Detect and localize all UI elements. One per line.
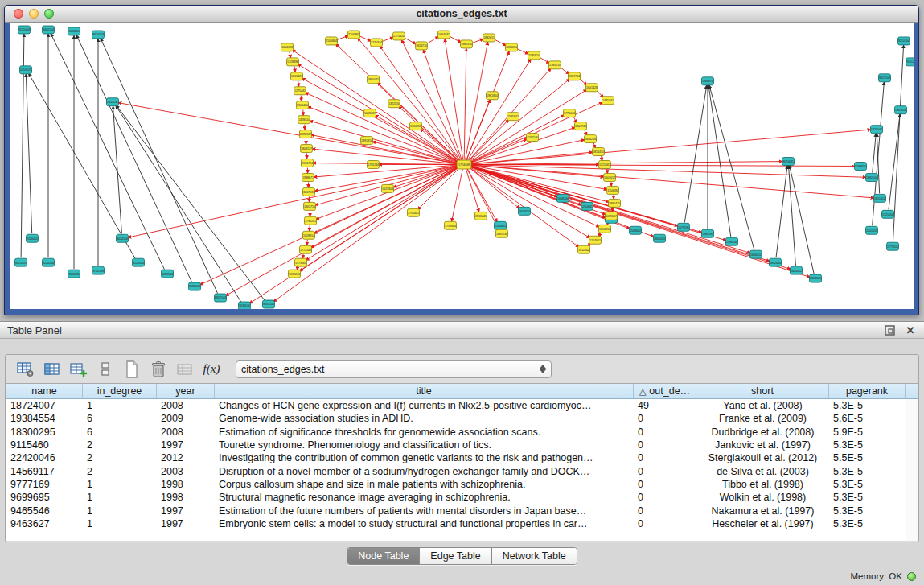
graph-node[interactable]: 1803710 [304, 202, 316, 210]
table-row[interactable]: 911546021997Tourette syndrome. Phenomeno… [6, 439, 906, 451]
cell-year[interactable]: 2003 [157, 464, 215, 477]
table-row[interactable]: 2242004622012Investigating the contribut… [6, 451, 906, 464]
cell-name[interactable]: 18724007 [6, 399, 83, 412]
graph-node[interactable]: 2526052 [27, 234, 39, 242]
graph-node[interactable]: 1616251 [410, 122, 422, 130]
graph-node[interactable]: 1601428 [586, 84, 598, 92]
graph-node[interactable]: 1645012 [791, 266, 803, 274]
graph-node[interactable]: 1689191 [702, 229, 714, 237]
cell-in_degree[interactable]: 6 [83, 412, 157, 425]
cell-short[interactable]: Hescheler et al. (1997) [696, 517, 829, 530]
graph-node[interactable]: 1322016 [388, 100, 400, 108]
vertical-scrollbar[interactable] [906, 399, 918, 541]
cell-short[interactable]: Franke et al. (2009) [696, 412, 829, 425]
graph-node[interactable]: 1608410 [519, 207, 531, 215]
graph-node[interactable]: 1724048 [457, 160, 471, 169]
graph-node[interactable]: 2053131 [107, 98, 119, 106]
column-header-pagerank[interactable]: pagerank [829, 384, 906, 398]
graph-node[interactable]: 1604128 [281, 43, 294, 51]
graph-node[interactable]: 2085137 [300, 130, 312, 138]
graph-node[interactable]: 9210704 [898, 37, 910, 45]
cell-name[interactable]: 18300295 [6, 426, 83, 439]
cell-year[interactable]: 1998 [157, 478, 215, 491]
cell-pagerank[interactable]: 5.6E-5 [829, 412, 906, 425]
graph-node[interactable]: 1682104 [866, 173, 878, 181]
cell-in_degree[interactable]: 6 [83, 426, 157, 439]
graph-node[interactable]: 9670641 [782, 158, 795, 166]
graph-node[interactable]: 8620103 [92, 31, 105, 39]
cell-short[interactable]: Yano et al. (2008) [696, 399, 829, 412]
graph-node[interactable]: 1207651 [589, 236, 602, 244]
cell-name[interactable]: 9465546 [6, 504, 83, 517]
create-column-button[interactable] [68, 359, 89, 380]
graph-node[interactable]: 9031104 [68, 27, 80, 35]
graph-node[interactable]: 1881230 [496, 229, 508, 237]
cell-pagerank[interactable]: 5.3E-5 [829, 399, 906, 412]
cell-name[interactable]: 19384554 [6, 412, 83, 425]
graph-node[interactable]: 1947416 [895, 106, 907, 114]
graph-node[interactable]: 1583445 [495, 221, 507, 229]
graph-node[interactable]: 1651412 [874, 194, 886, 202]
table-row[interactable]: 1872400712008Changes of HCN gene express… [6, 399, 906, 412]
graph-node[interactable]: 1628814 [303, 231, 315, 239]
cell-title[interactable]: Changes of HCN gene expression and I(f) … [215, 399, 634, 412]
column-header-out_de[interactable]: △out_de… [634, 384, 696, 398]
cell-year[interactable]: 2009 [157, 412, 215, 425]
new-table-button[interactable] [121, 359, 142, 380]
cell-title[interactable]: Corpus callosum shape and size in male p… [215, 478, 634, 491]
tab-node-table[interactable]: Node Table [347, 548, 420, 564]
graph-node[interactable]: 1664870 [702, 77, 714, 85]
cell-title[interactable]: Embryonic stem cells: a model to study s… [215, 517, 634, 530]
graph-node[interactable]: 1573665 [295, 258, 307, 266]
graph-node[interactable]: 9462104 [43, 26, 55, 34]
close-window-button[interactable] [14, 9, 23, 19]
cell-title[interactable]: Genome-wide association studies in ADHD. [215, 412, 634, 425]
cell-in_degree[interactable]: 2 [83, 464, 157, 477]
cell-pagerank[interactable]: 5.5E-5 [829, 451, 906, 464]
function-builder-button[interactable]: f(x) [201, 359, 222, 380]
graph-node[interactable]: 1728498 [287, 58, 299, 66]
graph-node[interactable]: 1803741 [575, 122, 587, 130]
cell-title[interactable]: Tourette syndrome. Phenomenology and cla… [215, 439, 634, 451]
table-row[interactable]: 1830029562008Estimation of significance … [6, 426, 906, 439]
graph-node[interactable]: 1629304 [382, 184, 394, 192]
table-mode-button[interactable] [15, 359, 36, 380]
graph-node[interactable]: 1599810 [855, 163, 867, 171]
table-row[interactable]: 946362711997Embryonic stem cells: a mode… [6, 517, 906, 530]
graph-node[interactable]: 1732604 [445, 221, 457, 229]
cell-name[interactable]: 9463627 [6, 517, 83, 530]
graph-node[interactable]: 1721054 [882, 210, 894, 218]
cell-pagerank[interactable]: 5.3E-5 [829, 491, 906, 504]
cell-year[interactable]: 1997 [157, 504, 215, 517]
graph-node[interactable]: 9631104 [239, 302, 251, 309]
table-row[interactable]: 946554611997Estimation of the future num… [6, 504, 906, 517]
minimize-window-button[interactable] [29, 9, 39, 19]
cell-title[interactable]: Estimation of significance thresholds fo… [215, 426, 634, 439]
cell-short[interactable]: Wolkin et al. (1998) [696, 491, 829, 504]
window-titlebar[interactable]: citations_edges.txt [5, 6, 918, 23]
table-select-combobox[interactable]: citations_edges.txt [236, 360, 552, 378]
graph-node[interactable]: 1967714 [569, 72, 581, 80]
cell-name[interactable]: 9115460 [6, 439, 83, 451]
cell-pagerank[interactable]: 5.3E-5 [829, 464, 906, 477]
graph-node[interactable]: 2105884 [326, 37, 338, 45]
graph-node[interactable]: 9024104 [117, 234, 129, 242]
graph-node[interactable]: 1485041 [602, 97, 614, 105]
cell-short[interactable]: de Silva et al. (2003) [696, 464, 829, 477]
graph-node[interactable]: 1771041 [564, 109, 576, 117]
tab-network-table[interactable]: Network Table [492, 548, 577, 564]
cell-name[interactable]: 22420046 [6, 451, 83, 464]
graph-node[interactable]: 1321061 [599, 161, 611, 169]
delete-table-button[interactable] [148, 359, 169, 380]
graph-node[interactable]: 1275442 [294, 87, 306, 95]
cell-out_de[interactable]: 0 [634, 451, 696, 464]
column-header-short[interactable]: short [696, 384, 829, 398]
graph-node[interactable]: 1608744 [557, 194, 569, 202]
graph-node[interactable]: 1132106 [527, 134, 539, 142]
graph-node[interactable]: 1815421 [291, 72, 303, 80]
graph-node[interactable]: 1924501 [810, 274, 822, 282]
graph-node[interactable]: 1201055 [866, 226, 878, 234]
graph-node[interactable]: 1654912 [599, 225, 611, 233]
cell-out_de[interactable]: 0 [634, 426, 696, 439]
cell-out_de[interactable]: 0 [634, 439, 696, 451]
